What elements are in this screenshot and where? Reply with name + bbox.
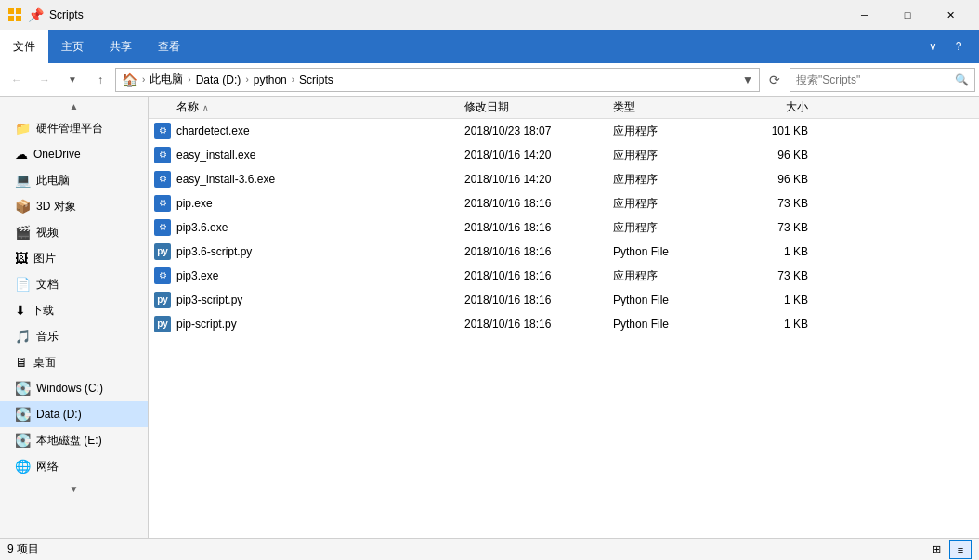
svg-rect-2 bbox=[8, 16, 14, 21]
sidebar-scroll-up[interactable]: ▲ bbox=[0, 97, 148, 115]
sidebar-item-1[interactable]: ☁OneDrive bbox=[0, 141, 148, 167]
table-row[interactable]: py pip-script.py 2018/10/16 18:16 Python… bbox=[149, 312, 979, 336]
sidebar-item-6[interactable]: 📄文档 bbox=[0, 271, 148, 297]
table-row[interactable]: ⚙ easy_install.exe 2018/10/16 14:20 应用程序… bbox=[149, 143, 979, 167]
file-type-7: Python File bbox=[613, 293, 734, 306]
path-segment: 🏠 › 此电脑 › Data (D:) › python › Scripts bbox=[122, 72, 333, 87]
ribbon-expand-button[interactable]: ∨ bbox=[920, 33, 946, 59]
file-type-3: 应用程序 bbox=[613, 196, 734, 212]
file-type-5: Python File bbox=[613, 245, 734, 258]
sidebar-item-13[interactable]: 🌐网络 bbox=[0, 453, 148, 479]
file-date-2: 2018/10/16 14:20 bbox=[464, 173, 613, 186]
sidebar-icon-0: 📁 bbox=[15, 121, 31, 136]
sidebar-icon-12: 💽 bbox=[15, 433, 31, 448]
file-name-7: pip3-script.py bbox=[176, 293, 464, 306]
sidebar-item-4[interactable]: 🎬视频 bbox=[0, 219, 148, 245]
file-name-3: pip.exe bbox=[176, 197, 464, 210]
tab-view[interactable]: 查看 bbox=[145, 30, 193, 63]
col-type-header[interactable]: 类型 bbox=[613, 99, 734, 115]
table-row[interactable]: ⚙ easy_install-3.6.exe 2018/10/16 14:20 … bbox=[149, 167, 979, 191]
search-icon: 🔍 bbox=[955, 73, 969, 86]
file-date-4: 2018/10/16 18:16 bbox=[464, 221, 613, 234]
file-name-8: pip-script.py bbox=[176, 318, 464, 331]
ribbon-help-button[interactable]: ? bbox=[946, 33, 972, 59]
refresh-button[interactable]: ⟳ bbox=[762, 67, 788, 93]
table-row[interactable]: ⚙ pip3.6.exe 2018/10/16 18:16 应用程序 73 KB bbox=[149, 215, 979, 240]
file-icon-6: ⚙ bbox=[149, 267, 176, 284]
tab-share[interactable]: 共享 bbox=[97, 30, 145, 63]
sidebar-item-11[interactable]: 💽Data (D:) bbox=[0, 401, 148, 427]
file-type-8: Python File bbox=[613, 318, 734, 331]
file-date-1: 2018/10/16 14:20 bbox=[464, 149, 613, 162]
view-grid-button[interactable]: ⊞ bbox=[925, 540, 947, 559]
sort-arrow: ∧ bbox=[202, 103, 209, 112]
sidebar-item-8[interactable]: 🎵音乐 bbox=[0, 323, 148, 349]
table-row[interactable]: ⚙ chardetect.exe 2018/10/23 18:07 应用程序 1… bbox=[149, 119, 979, 143]
minimize-button[interactable]: ─ bbox=[843, 0, 886, 30]
address-bar: ← → ▼ ↑ 🏠 › 此电脑 › Data (D:) › python › S… bbox=[0, 63, 979, 97]
tab-file[interactable]: 文件 bbox=[0, 30, 48, 63]
file-icon-0: ⚙ bbox=[149, 123, 176, 139]
sidebar-item-0[interactable]: 📁硬件管理平台 bbox=[0, 115, 148, 141]
sidebar-label-6: 文档 bbox=[36, 277, 59, 293]
file-date-3: 2018/10/16 18:16 bbox=[464, 197, 613, 210]
file-type-4: 应用程序 bbox=[613, 220, 734, 236]
table-row[interactable]: ⚙ pip.exe 2018/10/16 18:16 应用程序 73 KB bbox=[149, 191, 979, 215]
sidebar-item-7[interactable]: ⬇下载 bbox=[0, 297, 148, 323]
sidebar-icon-13: 🌐 bbox=[15, 459, 31, 474]
file-icon-2: ⚙ bbox=[149, 171, 176, 188]
file-type-6: 应用程序 bbox=[613, 268, 734, 284]
window-title: Scripts bbox=[49, 8, 838, 21]
sidebar-icon-9: 🖥 bbox=[15, 355, 28, 370]
sidebar-item-12[interactable]: 💽本地磁盘 (E:) bbox=[0, 427, 148, 453]
nav-down-arrow[interactable]: ▼ bbox=[59, 67, 85, 93]
tab-home[interactable]: 主页 bbox=[48, 30, 97, 63]
file-list: 名称 ∧ 修改日期 类型 大小 ⚙ chardetect.exe 2018/10… bbox=[149, 97, 979, 538]
window-icon bbox=[7, 7, 22, 22]
file-name-4: pip3.6.exe bbox=[176, 221, 464, 234]
table-row[interactable]: py pip3.6-script.py 2018/10/16 18:16 Pyt… bbox=[149, 240, 979, 264]
sidebar-label-13: 网络 bbox=[36, 459, 59, 475]
col-date-header[interactable]: 修改日期 bbox=[464, 99, 613, 115]
file-size-4: 73 KB bbox=[734, 221, 827, 234]
sidebar-label-12: 本地磁盘 (E:) bbox=[36, 433, 102, 449]
nav-up-button[interactable]: ↑ bbox=[87, 67, 113, 93]
sidebar-items: 📁硬件管理平台☁OneDrive💻此电脑📦3D 对象🎬视频🖼图片📄文档⬇下载🎵音… bbox=[0, 115, 148, 479]
sidebar-icon-4: 🎬 bbox=[15, 225, 31, 240]
file-type-0: 应用程序 bbox=[613, 124, 734, 139]
table-row[interactable]: py pip3-script.py 2018/10/16 18:16 Pytho… bbox=[149, 288, 979, 312]
col-size-header[interactable]: 大小 bbox=[734, 99, 827, 115]
file-name-5: pip3.6-script.py bbox=[176, 245, 464, 258]
file-size-6: 73 KB bbox=[734, 269, 827, 282]
sidebar-scroll-down[interactable]: ▼ bbox=[0, 479, 148, 498]
search-box[interactable]: 🔍 bbox=[790, 68, 975, 92]
search-input[interactable] bbox=[796, 73, 951, 86]
status-item-count: 9 项目 bbox=[7, 541, 39, 557]
sidebar-label-0: 硬件管理平台 bbox=[36, 121, 103, 137]
sidebar-icon-11: 💽 bbox=[15, 407, 31, 422]
ribbon-chevron: ∨ ? bbox=[912, 30, 979, 63]
sidebar-label-7: 下载 bbox=[32, 303, 54, 319]
nav-back-button[interactable]: ← bbox=[4, 67, 30, 93]
file-type-1: 应用程序 bbox=[613, 148, 734, 163]
sidebar-icon-1: ☁ bbox=[15, 147, 28, 162]
title-bar: 📌 Scripts ─ □ ✕ bbox=[0, 0, 979, 30]
table-row[interactable]: ⚙ pip3.exe 2018/10/16 18:16 应用程序 73 KB bbox=[149, 264, 979, 288]
path-dropdown-icon[interactable]: ▼ bbox=[742, 73, 753, 86]
file-list-header: 名称 ∧ 修改日期 类型 大小 bbox=[149, 97, 979, 119]
sidebar-item-5[interactable]: 🖼图片 bbox=[0, 245, 148, 271]
file-size-5: 1 KB bbox=[734, 245, 827, 258]
file-size-1: 96 KB bbox=[734, 149, 827, 162]
address-path[interactable]: 🏠 › 此电脑 › Data (D:) › python › Scripts ▼ bbox=[115, 68, 760, 92]
sidebar-item-9[interactable]: 🖥桌面 bbox=[0, 349, 148, 375]
col-name-header[interactable]: 名称 ∧ bbox=[149, 99, 464, 115]
maximize-button[interactable]: □ bbox=[886, 0, 929, 30]
sidebar-item-2[interactable]: 💻此电脑 bbox=[0, 167, 148, 193]
sidebar-item-10[interactable]: 💽Windows (C:) bbox=[0, 375, 148, 401]
sidebar-item-3[interactable]: 📦3D 对象 bbox=[0, 193, 148, 219]
close-button[interactable]: ✕ bbox=[929, 0, 972, 30]
nav-forward-button[interactable]: → bbox=[32, 67, 58, 93]
file-type-2: 应用程序 bbox=[613, 172, 734, 188]
view-list-button[interactable]: ≡ bbox=[949, 540, 972, 559]
file-icon-3: ⚙ bbox=[149, 195, 176, 212]
